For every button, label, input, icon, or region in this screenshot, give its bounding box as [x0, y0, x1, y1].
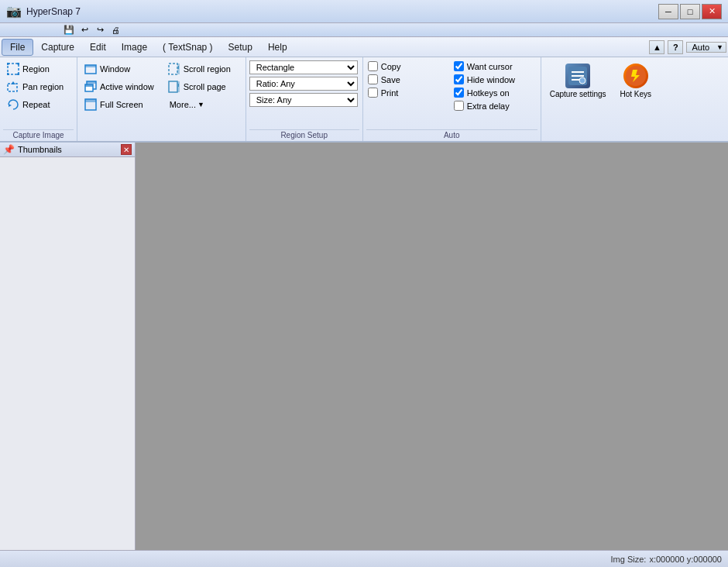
svg-rect-17	[169, 81, 177, 92]
scroll-page-button[interactable]: Scroll page	[164, 78, 230, 95]
menu-textsnap[interactable]: ( TextSnap )	[155, 40, 220, 55]
close-button[interactable]: ✕	[702, 4, 722, 19]
app-icon: 📷	[6, 4, 22, 19]
group-content-col3: Scroll region Scroll page More... ▼	[164, 60, 242, 129]
pan-region-button[interactable]: Pan region	[3, 78, 67, 95]
print-checkbox[interactable]	[368, 88, 378, 98]
menu-image[interactable]: Image	[114, 40, 155, 55]
svg-rect-0	[8, 64, 19, 74]
maximize-button[interactable]: □	[680, 4, 700, 19]
ratio-row: Ratio: Any	[249, 77, 358, 91]
active-window-button[interactable]: Active window	[81, 78, 158, 95]
title-controls: ─ □ ✕	[658, 4, 722, 19]
menu-edit[interactable]: Edit	[82, 40, 114, 55]
save-checkbox[interactable]	[368, 74, 378, 84]
repeat-label: Repeat	[22, 100, 50, 109]
menu-capture[interactable]: Capture	[33, 40, 82, 55]
capture-col1-buttons: Region Pan region Repeat	[3, 60, 67, 113]
extra-delay-checkbox[interactable]	[454, 101, 464, 111]
scroll-region-button[interactable]: Scroll region	[164, 60, 235, 77]
zoom-selector[interactable]: Auto ▼	[686, 42, 726, 53]
size-select[interactable]: Size: Any	[249, 93, 358, 107]
hide-window-checkbox[interactable]	[454, 74, 464, 84]
print-row: Print	[366, 87, 452, 98]
shape-row: Rectangle	[249, 60, 359, 74]
minimize-button[interactable]: ─	[658, 4, 678, 19]
ribbon-group-region-setup: Rectangle Ratio: Any Size: Any Region Se…	[246, 57, 363, 141]
group-content-col1: Region Pan region Repeat	[3, 60, 74, 129]
hot-keys-button[interactable]: Hot Keys	[615, 60, 658, 102]
menu-help[interactable]: Help	[260, 40, 295, 55]
thumbnails-label: Thumbnails	[18, 145, 62, 154]
svg-point-4	[17, 73, 19, 75]
more-row: More... ▼	[164, 96, 210, 112]
thumbnails-pin-button[interactable]: 📌	[3, 144, 15, 155]
window-button[interactable]: Window	[81, 60, 158, 77]
status-bar: Img Size: x:000000 y:000000	[0, 550, 728, 567]
thumbnails-content	[0, 157, 135, 550]
group-content-col2: Window Active window Full Screen	[81, 60, 158, 129]
quick-access-toolbar: 💾 ↩ ↪ 🖨	[0, 23, 728, 37]
ribbon: Region Pan region Repeat	[0, 57, 728, 143]
svg-rect-5	[8, 84, 17, 91]
want-cursor-label: Want cursor	[467, 62, 513, 71]
ribbon-group-capture-col2: Window Active window Full Screen	[77, 57, 161, 141]
size-row: Size: Any	[249, 93, 358, 107]
thumbnails-close-button[interactable]: ✕	[121, 144, 132, 155]
hotkeys-on-label: Hotkeys on	[467, 88, 510, 98]
copy-row: Copy	[366, 60, 452, 72]
svg-rect-23	[572, 79, 579, 81]
hotkeys-on-checkbox[interactable]	[454, 88, 464, 98]
auto-group-content: Copy Save Print Want cursor	[366, 60, 537, 129]
region-setup-content: Rectangle Ratio: Any Size: Any	[249, 60, 359, 129]
active-window-icon	[84, 81, 97, 93]
help-button[interactable]: ?	[668, 40, 683, 54]
title-text: HyperSnap 7	[26, 6, 81, 17]
more-button[interactable]: More... ▼	[164, 98, 210, 112]
qa-save-button[interactable]: 💾	[62, 24, 76, 36]
capture-settings-button[interactable]: Capture settings	[544, 60, 612, 102]
region-icon	[7, 63, 19, 75]
want-cursor-checkbox[interactable]	[454, 61, 464, 71]
svg-point-2	[17, 63, 19, 65]
repeat-icon	[7, 98, 19, 111]
coordinates-display: x:000000 y:000000	[649, 555, 722, 564]
scroll-region-label: Scroll region	[184, 64, 231, 74]
svg-rect-21	[572, 71, 584, 73]
auto-col1: Copy Save Print	[366, 60, 452, 98]
ribbon-up-button[interactable]: ▲	[649, 40, 664, 54]
more-dropdown-icon: ▼	[197, 101, 204, 108]
capture-settings-content: Capture settings Hot Keys	[544, 60, 657, 129]
ratio-select[interactable]: Ratio: Any	[249, 77, 358, 91]
region-label: Region	[22, 64, 50, 74]
menu-setup[interactable]: Setup	[221, 40, 260, 55]
title-bar-left: 📷 HyperSnap 7	[6, 4, 81, 19]
zoom-dropdown-arrow[interactable]: ▼	[714, 43, 726, 51]
copy-checkbox[interactable]	[368, 61, 378, 71]
qa-print-button[interactable]: 🖨	[108, 24, 122, 36]
region-button[interactable]: Region	[3, 60, 67, 77]
qa-redo-button[interactable]: ↪	[93, 24, 107, 36]
save-label: Save	[381, 75, 400, 84]
canvas-area	[136, 143, 728, 550]
extra-delay-label: Extra delay	[467, 101, 510, 111]
thumbnails-header-left: 📌 Thumbnails	[3, 144, 62, 155]
thumbnails-header: 📌 Thumbnails ✕	[0, 143, 135, 157]
zoom-value: Auto	[687, 43, 714, 52]
repeat-button[interactable]: Repeat	[3, 96, 67, 113]
capture-settings-label: Capture settings	[550, 90, 606, 99]
menu-file[interactable]: File	[2, 39, 33, 56]
more-label: More...	[170, 100, 196, 109]
full-screen-button[interactable]: Full Screen	[81, 96, 158, 113]
title-bar: 📷 HyperSnap 7 ─ □ ✕	[0, 0, 728, 23]
svg-rect-13	[85, 99, 96, 102]
scroll-page-icon	[168, 81, 180, 93]
pan-region-icon	[7, 81, 19, 93]
shape-select[interactable]: Rectangle	[249, 60, 358, 74]
copy-label: Copy	[381, 62, 401, 71]
qa-undo-button[interactable]: ↩	[77, 24, 91, 36]
ribbon-row: Region Pan region Repeat	[0, 57, 728, 141]
active-window-label: Active window	[100, 82, 154, 91]
capture-settings-icon	[565, 64, 590, 88]
ribbon-group-auto: Copy Save Print Want cursor	[363, 57, 541, 141]
